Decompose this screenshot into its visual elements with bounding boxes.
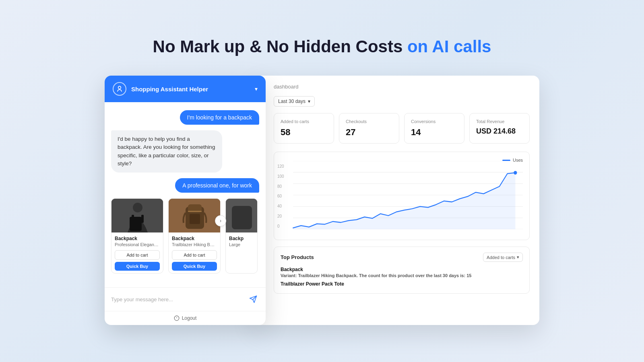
stat-value-added: 58 bbox=[281, 127, 327, 138]
filter-label: Added to carts bbox=[487, 255, 515, 260]
svg-point-2 bbox=[133, 203, 142, 212]
chat-input-area: Type your message here... bbox=[105, 287, 266, 311]
date-filter-button[interactable]: Last 30 days ▾ bbox=[274, 96, 315, 107]
top-product-entry-2: Trailblazer Power Pack Tote bbox=[281, 281, 523, 287]
product-card-1: Backpack Professional Elegance W... Add … bbox=[111, 198, 163, 274]
product-name-3: Backp bbox=[229, 236, 254, 241]
chat-input-placeholder[interactable]: Type your message here... bbox=[111, 296, 173, 302]
stat-value-checkouts: 27 bbox=[346, 127, 392, 138]
product-variant-1: Professional Elegance W... bbox=[115, 242, 160, 247]
carousel-next-button[interactable]: › bbox=[215, 215, 226, 226]
stat-card-conversions: Conversions 14 bbox=[404, 113, 464, 144]
products-carousel: Backpack Professional Elegance W... Add … bbox=[111, 198, 259, 274]
stat-label-checkouts: Checkouts bbox=[346, 119, 392, 124]
product-info-3: Backp Large bbox=[226, 232, 257, 253]
stat-card-revenue: Total Revenue USD 214.68 bbox=[469, 113, 530, 144]
chat-title: Shopping Assistant Helper bbox=[131, 86, 208, 93]
user-message-1: I'm looking for a backpack bbox=[180, 110, 259, 125]
legend-dot-uses bbox=[502, 160, 510, 161]
chart-svg bbox=[281, 161, 523, 229]
page-title: No Mark up & No Hidden Costs on AI calls bbox=[153, 37, 491, 56]
chat-footer: Logout bbox=[105, 311, 266, 325]
bot-message-1: I'd be happy to help you find a backpack… bbox=[111, 130, 222, 173]
product-card-2: Backpack Trailblazer Hiking Backpa... Ad… bbox=[168, 198, 221, 274]
send-button[interactable] bbox=[247, 293, 259, 305]
svg-rect-4 bbox=[132, 215, 134, 223]
svg-rect-9 bbox=[188, 211, 202, 212]
top-products-header: Top Products Added to carts ▾ bbox=[281, 253, 523, 262]
stat-value-revenue: USD 214.68 bbox=[476, 127, 523, 136]
stat-label-revenue: Total Revenue bbox=[476, 119, 523, 124]
product-image-2 bbox=[169, 199, 220, 232]
product-variant-2: Trailblazer Hiking Backpa... bbox=[172, 242, 217, 247]
dashboard-label: dashboard bbox=[274, 84, 530, 90]
top-product-variant-1: Variant: Trailblazer Hiking Backpack. Th… bbox=[281, 273, 523, 278]
product-name-2: Backpack bbox=[172, 236, 217, 241]
product-info-2: Backpack Trailblazer Hiking Backpa... Ad… bbox=[169, 232, 220, 273]
top-products-filter[interactable]: Added to carts ▾ bbox=[483, 253, 523, 262]
stats-row: Added to carts 58 Checkouts 27 Conversio… bbox=[274, 113, 530, 144]
chat-avatar-icon bbox=[113, 82, 126, 96]
stat-card-added-to-carts: Added to carts 58 bbox=[274, 113, 334, 144]
quick-buy-button-1[interactable]: Quick Buy bbox=[115, 262, 160, 271]
top-products-section: Top Products Added to carts ▾ Backpack V… bbox=[274, 247, 530, 294]
dashboard-panel: dashboard Last 30 days ▾ Added to carts … bbox=[254, 76, 539, 325]
top-products-title: Top Products bbox=[281, 254, 314, 260]
product-image-1 bbox=[111, 199, 163, 232]
top-product-count-1: 15 bbox=[466, 273, 471, 278]
chat-chevron-icon[interactable]: ▾ bbox=[255, 86, 258, 92]
top-product-name-2: Trailblazer Power Pack Tote bbox=[281, 281, 523, 287]
chart-y-labels: 120 100 80 60 40 20 0 bbox=[277, 164, 284, 228]
legend-label-uses: Uses bbox=[513, 158, 523, 162]
logout-label: Logout bbox=[182, 315, 197, 321]
product-card-3: Backp Large bbox=[225, 198, 258, 274]
uses-chart: Uses 120 100 80 60 40 20 0 bbox=[274, 152, 530, 240]
quick-buy-button-2[interactable]: Quick Buy bbox=[172, 262, 217, 271]
svg-rect-3 bbox=[130, 217, 142, 231]
date-filter-chevron-icon: ▾ bbox=[308, 99, 310, 104]
chat-messages: I'm looking for a backpack I'd be happy … bbox=[105, 102, 266, 287]
chat-header-left: Shopping Assistant Helper bbox=[113, 82, 208, 96]
chat-widget: Shopping Assistant Helper ▾ I'm looking … bbox=[105, 76, 266, 325]
top-product-name-1: Backpack bbox=[281, 267, 523, 272]
logout-button[interactable]: Logout bbox=[174, 315, 197, 321]
main-ui-container: Shopping Assistant Helper ▾ I'm looking … bbox=[105, 76, 539, 325]
title-normal: No Mark up & No Hidden Costs bbox=[153, 37, 403, 56]
svg-point-25 bbox=[514, 171, 517, 175]
svg-rect-12 bbox=[232, 206, 252, 229]
svg-rect-10 bbox=[190, 214, 200, 224]
top-product-entry-1: Backpack Variant: Trailblazer Hiking Bac… bbox=[281, 267, 523, 278]
add-to-cart-button-2[interactable]: Add to cart bbox=[172, 250, 217, 260]
svg-rect-5 bbox=[141, 215, 144, 223]
stat-label-added: Added to carts bbox=[281, 119, 327, 124]
chat-header: Shopping Assistant Helper ▾ bbox=[105, 76, 266, 102]
product-variant-3: Large bbox=[229, 242, 254, 247]
product-image-3 bbox=[226, 199, 257, 232]
svg-point-0 bbox=[118, 86, 121, 89]
stat-label-conversions: Conversions bbox=[411, 119, 458, 124]
product-info-1: Backpack Professional Elegance W... Add … bbox=[111, 232, 163, 273]
chart-legend: Uses bbox=[502, 158, 523, 162]
date-filter-label: Last 30 days bbox=[278, 99, 305, 104]
stat-value-conversions: 14 bbox=[411, 127, 458, 138]
title-highlight: on AI calls bbox=[407, 37, 491, 56]
product-name-1: Backpack bbox=[115, 236, 160, 241]
stat-card-checkouts: Checkouts 27 bbox=[339, 113, 399, 144]
filter-chevron-icon: ▾ bbox=[517, 255, 519, 260]
add-to-cart-button-1[interactable]: Add to cart bbox=[115, 250, 160, 260]
user-message-2: A professional one, for work bbox=[175, 178, 259, 193]
